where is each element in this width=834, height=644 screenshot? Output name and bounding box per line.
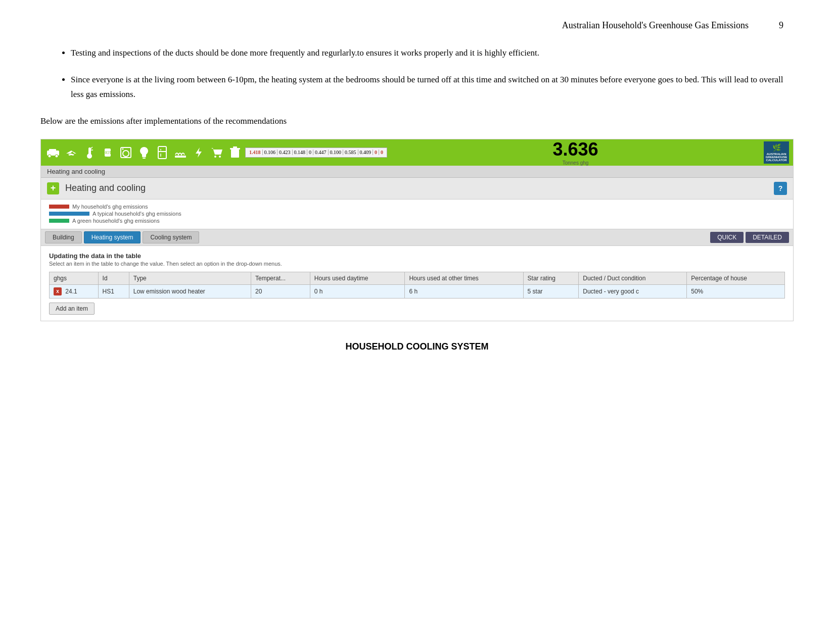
toolbar-icons: HOT	[45, 144, 243, 161]
cooking-icon	[172, 144, 189, 161]
toolbar-val-10: 0	[373, 150, 379, 155]
tab-right-buttons: QUICK DETAILED	[710, 232, 789, 243]
app-container: HOT	[40, 139, 794, 321]
toolbar-val-8: 0.585	[343, 150, 358, 155]
col-header-id: Id	[98, 272, 129, 284]
svg-rect-22	[233, 146, 237, 148]
tab-heating-system[interactable]: Heating system	[84, 231, 141, 243]
legend-item-2: A typical household's ghg emissions	[49, 211, 785, 217]
cell-id: HS1	[98, 284, 129, 298]
toolbar-val-3: 0.423	[277, 150, 293, 155]
tab-cooling-system[interactable]: Cooling system	[143, 231, 199, 243]
bulb-icon	[136, 144, 152, 161]
help-button[interactable]: ?	[774, 182, 787, 195]
hotwater-icon: HOT	[100, 144, 116, 161]
page-number: 9	[779, 20, 783, 31]
plane-icon	[63, 144, 79, 161]
legend-bar-green	[49, 219, 69, 223]
col-header-hours-other: Hours used at other times	[405, 272, 523, 284]
add-section-button[interactable]: +	[47, 182, 59, 194]
svg-text:HOT: HOT	[104, 151, 112, 155]
legend-label-1: My household's ghg emissions	[72, 204, 148, 210]
data-table: ghgs Id Type Temperat... Hours used dayt…	[49, 272, 785, 299]
emissions-label: Tonnes ghg	[563, 160, 589, 166]
col-header-percentage: Percentage of house	[687, 272, 785, 284]
svg-point-9	[123, 151, 129, 157]
tab-building[interactable]: Building	[45, 231, 82, 243]
page-header-title: Australian Household's Greenhouse Gas Em…	[562, 20, 749, 31]
legend-bar-red	[49, 205, 69, 209]
cell-temperature: 20	[251, 284, 310, 298]
svg-point-3	[55, 155, 58, 158]
cell-ghgs: x 24.1	[50, 284, 99, 298]
fridge-icon	[154, 144, 170, 161]
bullet-item-2: Since everyone is at the living room bet…	[71, 73, 794, 102]
green-toolbar: HOT	[41, 139, 793, 166]
toolbar-val-6: 0.447	[313, 150, 329, 155]
toolbar-values: 1.418 0.106 0.423 0.148 0 0.447 0.100 0.…	[245, 147, 387, 158]
svg-point-10	[122, 148, 124, 150]
legend-label-3: A green household's ghg emissions	[72, 218, 160, 224]
toolbar-center: 3.636 Tonnes ghg	[387, 139, 764, 166]
svg-rect-12	[143, 158, 146, 159]
svg-point-18	[214, 156, 216, 158]
col-header-temp: Temperat...	[251, 272, 310, 284]
section-intro-text: Below are the emissions after implementa…	[40, 114, 794, 129]
cell-star-rating: 5 star	[523, 284, 579, 298]
page-header: Australian Household's Greenhouse Gas Em…	[40, 20, 794, 31]
col-header-hours-daytime: Hours used daytime	[310, 272, 405, 284]
toolbar-val-7: 0.100	[329, 150, 344, 155]
bullet-list: Testing and inspections of the ducts sho…	[40, 46, 794, 102]
bullet-item-1: Testing and inspections of the ducts sho…	[71, 46, 794, 61]
energy-icon	[191, 144, 207, 161]
trash-icon	[227, 144, 243, 161]
svg-rect-1	[49, 149, 56, 152]
cell-hours-other: 6 h	[405, 284, 523, 298]
legend-bar-blue	[49, 212, 89, 216]
logo-line-3: CALCULATOR	[766, 159, 786, 162]
section-label-bar: Heating and cooling	[41, 166, 793, 178]
page: Australian Household's Greenhouse Gas Em…	[0, 0, 834, 644]
table-section: Updating the data in the table Select an…	[41, 246, 793, 321]
svg-rect-11	[142, 156, 146, 157]
table-row[interactable]: x 24.1 HS1 Low emission wood heater 20 0…	[50, 284, 785, 298]
svg-point-5	[87, 154, 92, 159]
row-delete-button[interactable]: x	[54, 287, 62, 295]
cell-duct-condition: Ducted - very good c	[579, 284, 687, 298]
footer-heading: HOUSEHOLD COOLING SYSTEM	[40, 341, 794, 357]
cell-ghgs-value: 24.1	[65, 287, 77, 294]
col-header-type: Type	[129, 272, 251, 284]
instructions-text: Select an item in the table to change th…	[49, 261, 785, 267]
svg-point-2	[48, 155, 51, 158]
washer-icon	[118, 144, 134, 161]
cell-type: Low emission wood heater	[129, 284, 251, 298]
detailed-button[interactable]: DETAILED	[746, 232, 789, 243]
cart-icon	[209, 144, 225, 161]
tab-bar: Building Heating system Cooling system Q…	[41, 229, 793, 246]
quick-button[interactable]: QUICK	[710, 232, 744, 243]
svg-rect-21	[230, 148, 240, 150]
toolbar-val-9: 0.409	[358, 150, 374, 155]
svg-rect-20	[231, 150, 239, 158]
svg-rect-17	[175, 156, 186, 158]
col-header-duct: Ducted / Duct condition	[579, 272, 687, 284]
toolbar-val-4: 0.148	[293, 150, 308, 155]
panel-title: Heating and cooling	[65, 183, 774, 193]
cell-hours-daytime: 0 h	[310, 284, 405, 298]
svg-point-19	[219, 156, 221, 158]
col-header-ghgs: ghgs	[50, 272, 99, 284]
car-icon	[45, 144, 61, 161]
toolbar-val-1: 1.418	[248, 150, 263, 155]
toolbar-logo: 🌿 AUSTRALIAN GREENHOUSE CALCULATOR	[764, 141, 789, 164]
svg-rect-13	[158, 146, 166, 159]
toolbar-val-11: 0	[379, 150, 385, 155]
col-header-star: Star rating	[523, 272, 579, 284]
instructions-title: Updating the data in the table	[49, 252, 785, 260]
legend-item-3: A green household's ghg emissions	[49, 218, 785, 224]
panel-header: + Heating and cooling ?	[41, 178, 793, 200]
thermometer-icon	[81, 144, 98, 161]
emissions-number: 3.636	[552, 139, 598, 160]
legend-area: My household's ghg emissions A typical h…	[41, 200, 793, 229]
legend-item-1: My household's ghg emissions	[49, 204, 785, 210]
add-item-button[interactable]: Add an item	[49, 303, 95, 315]
